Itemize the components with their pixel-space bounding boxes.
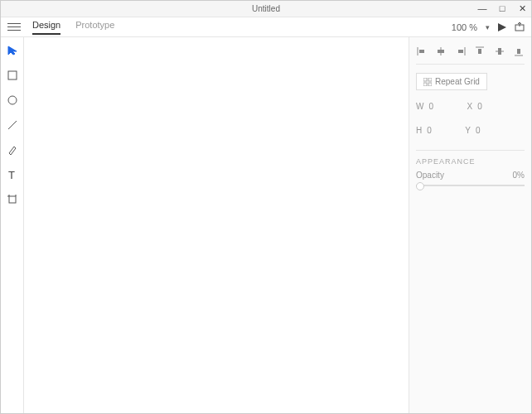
svg-rect-25 bbox=[423, 83, 427, 86]
align-middle-v-icon[interactable] bbox=[494, 46, 505, 57]
share-icon[interactable] bbox=[515, 22, 525, 33]
window-controls: — □ ✕ bbox=[476, 3, 528, 14]
svg-rect-20 bbox=[498, 48, 501, 55]
svg-point-4 bbox=[8, 96, 17, 104]
title-bar: Untitled — □ ✕ bbox=[1, 1, 531, 17]
grid-icon bbox=[423, 78, 432, 86]
pen-tool-icon[interactable] bbox=[6, 143, 19, 156]
svg-rect-23 bbox=[423, 78, 427, 81]
svg-rect-16 bbox=[458, 50, 463, 53]
zoom-value[interactable]: 100 % bbox=[452, 22, 477, 32]
mode-tabs: Design Prototype bbox=[32, 20, 114, 35]
svg-rect-26 bbox=[428, 83, 432, 86]
x-label: X bbox=[467, 102, 472, 111]
rectangle-tool-icon[interactable] bbox=[6, 69, 19, 82]
align-right-icon[interactable] bbox=[455, 46, 467, 57]
repeat-grid-button[interactable]: Repeat Grid bbox=[416, 73, 487, 90]
y-label: Y bbox=[465, 126, 471, 135]
align-left-icon[interactable] bbox=[416, 46, 428, 57]
canvas[interactable] bbox=[24, 37, 409, 413]
svg-rect-24 bbox=[428, 78, 432, 81]
artboard-tool-icon[interactable] bbox=[6, 193, 19, 206]
align-top-icon[interactable] bbox=[474, 46, 486, 57]
svg-rect-3 bbox=[8, 71, 17, 79]
h-input[interactable] bbox=[427, 126, 452, 135]
opacity-slider[interactable] bbox=[416, 185, 525, 186]
y-input[interactable] bbox=[476, 126, 501, 135]
w-label: W bbox=[416, 102, 423, 111]
menu-icon[interactable] bbox=[7, 21, 21, 33]
appearance-title: APPEARANCE bbox=[416, 157, 525, 166]
tab-prototype[interactable]: Prototype bbox=[75, 20, 114, 35]
svg-text:T: T bbox=[8, 170, 15, 180]
line-tool-icon[interactable] bbox=[6, 118, 19, 132]
select-tool-icon[interactable] bbox=[6, 44, 19, 57]
svg-rect-22 bbox=[517, 49, 520, 54]
align-bottom-icon[interactable] bbox=[513, 46, 525, 57]
main-area: T Repeat Grid W X H Y APPEARANCE Opa bbox=[1, 37, 531, 413]
close-icon[interactable]: ✕ bbox=[516, 3, 528, 14]
svg-rect-14 bbox=[438, 50, 444, 53]
maximize-icon[interactable]: □ bbox=[496, 3, 508, 14]
minimize-icon[interactable]: — bbox=[476, 3, 488, 14]
w-input[interactable] bbox=[428, 102, 453, 111]
align-center-h-icon[interactable] bbox=[435, 46, 447, 57]
svg-rect-18 bbox=[478, 49, 481, 54]
svg-marker-0 bbox=[498, 23, 506, 31]
svg-marker-2 bbox=[8, 46, 17, 55]
size-row-2: H Y bbox=[416, 123, 525, 138]
svg-rect-7 bbox=[9, 196, 16, 203]
tool-column: T bbox=[1, 37, 24, 413]
tab-design[interactable]: Design bbox=[32, 20, 60, 35]
svg-line-5 bbox=[8, 121, 17, 129]
top-right-controls: 100 % ▾ bbox=[452, 22, 525, 33]
properties-panel: Repeat Grid W X H Y APPEARANCE Opacity 0… bbox=[409, 37, 531, 413]
top-bar: Design Prototype 100 % ▾ bbox=[1, 17, 531, 37]
text-tool-icon[interactable]: T bbox=[6, 168, 19, 181]
document-title: Untitled bbox=[252, 4, 280, 13]
align-row bbox=[416, 44, 525, 65]
repeat-grid-label: Repeat Grid bbox=[435, 77, 480, 86]
svg-rect-12 bbox=[419, 50, 424, 53]
play-icon[interactable] bbox=[498, 23, 506, 31]
appearance-section: APPEARANCE Opacity 0% bbox=[416, 150, 525, 186]
x-input[interactable] bbox=[477, 102, 502, 111]
chevron-down-icon[interactable]: ▾ bbox=[486, 23, 490, 31]
ellipse-tool-icon[interactable] bbox=[6, 94, 19, 107]
h-label: H bbox=[416, 126, 422, 135]
opacity-value: 0% bbox=[513, 171, 525, 180]
opacity-label: Opacity bbox=[416, 171, 444, 180]
opacity-row: Opacity 0% bbox=[416, 171, 525, 180]
size-row-1: W X bbox=[416, 99, 525, 114]
